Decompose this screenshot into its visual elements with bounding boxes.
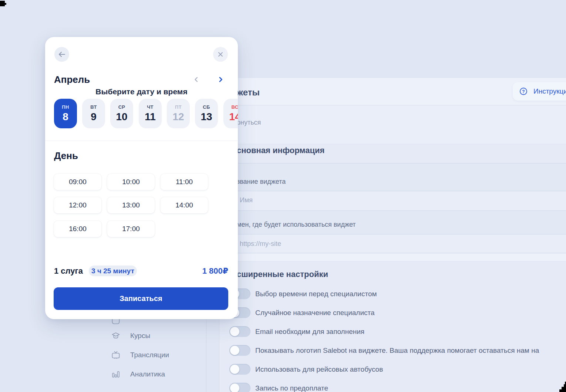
time-slot[interactable]: 13:00	[107, 197, 155, 213]
screen-artifact	[5, 3, 6, 5]
prev-month-button[interactable]	[192, 75, 201, 84]
toggle-label: Использовать для рейсовых автобусов	[255, 365, 383, 374]
page-title: жеты	[237, 87, 260, 98]
screen-artifact	[564, 384, 566, 392]
price: 1 800₽	[156, 266, 228, 276]
analytics-icon	[111, 369, 121, 379]
sidebar-item-courses[interactable]: Курсы	[111, 331, 150, 341]
toggle-row: Случайное назначение специалиста	[229, 307, 375, 318]
day-strip: ПН8 ВТ9 СР10 ЧТ11 ПТ12 СБ13 ВС14	[45, 99, 238, 128]
sidebar-item-label: Аналитика	[130, 370, 165, 378]
toggle-switch[interactable]	[229, 345, 250, 356]
modal-divider	[45, 141, 238, 141]
duration-badge: 3 ч 25 минут	[89, 266, 137, 276]
services-count: 1 слуга	[54, 266, 83, 276]
screen-artifact	[562, 387, 564, 392]
toggle-row: Выбор времени перед специалистом	[229, 288, 377, 299]
booking-modal: Выберите дату и время Апрель ПН8 ВТ9	[45, 37, 238, 319]
day-chip[interactable]: ВС14	[223, 99, 238, 128]
divider	[219, 261, 566, 261]
submit-button[interactable]: Записаться	[54, 287, 228, 310]
time-slot[interactable]: 09:00	[54, 174, 101, 190]
domain-input[interactable]: https://my-site	[240, 240, 281, 248]
divider	[219, 144, 566, 144]
time-slot[interactable]: 14:00	[161, 197, 208, 213]
screen-artifact	[0, 1, 5, 6]
toggle-label: Выбор времени перед специалистом	[255, 290, 377, 298]
spacer-band	[219, 253, 566, 261]
back-link[interactable]: рнуться	[237, 119, 261, 126]
day-chip[interactable]: СБ13	[195, 99, 218, 128]
broadcasts-icon	[111, 350, 121, 360]
close-icon	[218, 51, 223, 57]
svg-text:?: ?	[522, 89, 525, 94]
sidebar-item-analytics[interactable]: Аналитика	[111, 369, 165, 379]
domain-label: мен, где будет использоваться виджет	[237, 221, 356, 229]
field-input-band	[219, 191, 566, 210]
field-label-band	[219, 163, 566, 191]
screen-artifact	[559, 389, 562, 392]
chevron-right-icon	[217, 76, 224, 83]
screen: жеты рнуться сновная информация звание в…	[0, 0, 566, 392]
courses-icon	[111, 331, 121, 341]
toggle-row: Использовать для рейсовых автобусов	[229, 364, 383, 375]
instruction-button[interactable]: ? Инструкция	[513, 82, 566, 101]
back-link-band	[219, 105, 566, 144]
day-chip[interactable]: ПН8	[54, 99, 77, 128]
toggle-row: Запись по предоплате	[229, 383, 328, 392]
time-slot[interactable]: 11:00	[161, 174, 208, 190]
sidebar-item-label: Курсы	[130, 332, 150, 340]
chevron-left-icon	[193, 76, 200, 83]
sidebar-item-label: Трансляции	[130, 351, 169, 359]
widget-name-input[interactable]: Имя	[240, 196, 253, 204]
time-slot[interactable]: 17:00	[107, 221, 155, 237]
toggle-label: Запись по предоплате	[255, 384, 328, 392]
toggle-knob	[230, 327, 239, 336]
toggle-switch[interactable]	[229, 364, 250, 375]
close-button[interactable]	[213, 47, 228, 62]
instruction-button-label: Инструкция	[533, 87, 566, 95]
toggle-label: Email необходим для заполнения	[255, 328, 364, 336]
next-month-button[interactable]	[216, 75, 225, 84]
toggle-knob	[230, 383, 239, 392]
toggle-row: Показывать логотип Salebot на виджете. В…	[229, 345, 539, 356]
toggle-knob	[230, 365, 239, 374]
month-label: Апрель	[54, 74, 90, 85]
sidebar-item-broadcasts[interactable]: Трансляции	[111, 350, 169, 360]
time-slot[interactable]: 12:00	[54, 197, 101, 213]
widget-name-label: звание виджета	[237, 178, 286, 186]
modal-title: Выберите дату и время	[45, 87, 238, 96]
basic-section-title: сновная информация	[237, 146, 324, 155]
day-chip[interactable]: СР10	[110, 99, 133, 128]
advanced-section-title: сширенные настройки	[237, 270, 328, 279]
day-chip[interactable]: ПТ12	[167, 99, 190, 128]
time-slot[interactable]: 10:00	[107, 174, 155, 190]
arrow-left-icon	[58, 50, 66, 58]
toggle-row: Email необходим для заполнения	[229, 326, 364, 337]
day-chip[interactable]: ВТ9	[82, 99, 105, 128]
toggle-knob	[230, 346, 239, 355]
back-button[interactable]	[54, 47, 69, 62]
toggle-label: Показывать логотип Salebot на виджете. В…	[255, 347, 539, 355]
toggle-switch[interactable]	[229, 326, 250, 337]
toggle-label: Случайное назначение специалиста	[255, 309, 375, 317]
day-section-title: День	[54, 150, 78, 162]
day-chip[interactable]: ЧТ11	[139, 99, 162, 128]
time-slot[interactable]: 16:00	[54, 221, 101, 237]
toggle-switch[interactable]	[229, 383, 250, 392]
question-icon: ?	[519, 87, 528, 95]
